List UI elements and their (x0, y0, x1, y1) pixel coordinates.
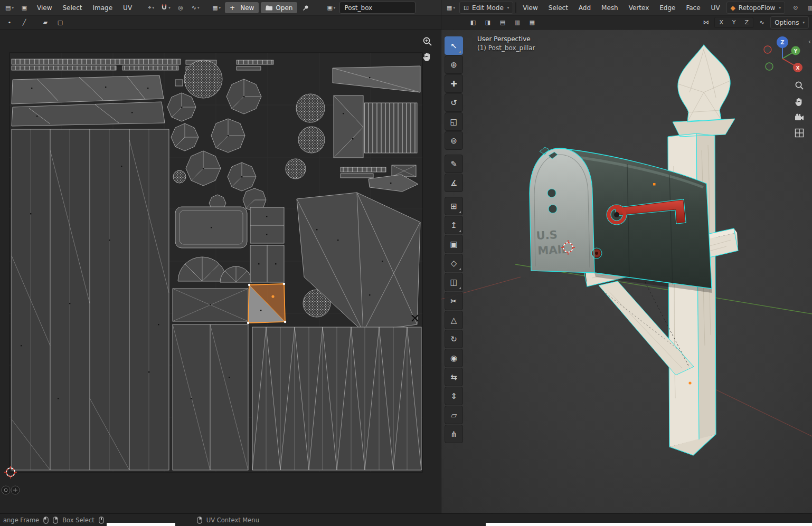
uv-select-vertex-button[interactable]: ∙ (3, 17, 16, 28)
zoom-icon[interactable] (422, 36, 432, 46)
tool-extrude-region[interactable]: ↥ (445, 216, 463, 234)
viewport-editor-type-button[interactable]: ▦ ▾ (445, 3, 457, 13)
uv-nav-orbs[interactable] (2, 486, 20, 494)
camera-view-icon[interactable] (795, 113, 805, 121)
perspective-label: User Perspective (477, 35, 531, 43)
menu-select[interactable]: Select (58, 3, 86, 13)
tool-tweak-select-box[interactable]: ↖ (445, 36, 463, 55)
pan-hand-icon[interactable] (422, 52, 432, 62)
gizmo-x-label: X (796, 65, 800, 71)
overlay-toggle-e[interactable]: ▦ (526, 17, 539, 28)
menu-edge[interactable]: Edge (655, 3, 679, 13)
selected-vertex-post (688, 381, 691, 384)
tool-shear[interactable]: ▱ (445, 406, 463, 424)
chevron-down-icon: ▾ (12, 6, 14, 10)
header-extra-a-icon[interactable]: ⊙ (789, 3, 802, 13)
menu-add[interactable]: Add (574, 3, 595, 13)
menu-face[interactable]: Face (682, 3, 704, 13)
menu-image[interactable]: Image (89, 3, 117, 13)
overlay-toggle-d[interactable]: ▥ (511, 17, 524, 28)
retopoflow-logo-icon: ◆ (731, 4, 735, 12)
display-channels-button[interactable]: ▦ ▾ (210, 3, 223, 13)
mouse-middle-icon (99, 517, 104, 524)
tool-scale[interactable]: ◱ (445, 112, 463, 131)
mirror-icon[interactable]: ⋈ (700, 17, 712, 28)
folder-icon (266, 5, 273, 11)
tool-annotate[interactable]: ✎ (445, 155, 463, 173)
plus-icon: + (230, 4, 235, 12)
tool-shrink-fatten[interactable]: ⇕ (445, 387, 463, 405)
options-label: Options (775, 19, 799, 26)
channels-icon: ▦ (212, 4, 218, 11)
tool-rip-region[interactable]: ⋔ (445, 425, 463, 443)
falloff-icon[interactable]: ∿ (756, 17, 768, 28)
orthographic-grid-icon[interactable] (795, 128, 804, 138)
zoom-icon[interactable] (795, 81, 804, 90)
uv-select-edge-button[interactable]: ╱ (18, 17, 31, 28)
tool-smooth[interactable]: ◉ (445, 349, 463, 367)
tool-move[interactable]: ✚ (445, 74, 463, 93)
mirror-x-button[interactable]: X (715, 17, 728, 27)
image-icon: ▣ (327, 4, 332, 11)
uv-select-island-button[interactable]: ▢ (54, 17, 67, 28)
tool-loop-cut[interactable]: ◫ (445, 273, 463, 291)
tool-inset-faces[interactable]: ▣ (445, 235, 463, 253)
menu-vertex[interactable]: Vertex (625, 3, 654, 13)
image-editor-mode-icon[interactable]: ▣ (18, 3, 31, 13)
chevron-down-icon: ▾ (507, 6, 509, 10)
gizmo-neg-x-ball (764, 46, 771, 53)
uv-selected-face[interactable] (247, 283, 286, 324)
tool-measure[interactable]: ∡ (445, 174, 463, 192)
uv-editor-header: ▤ ▾ ▣ View Select Image UV ⌖ ▾ ▾ ◎ ∿ ▾ ▦ (0, 0, 441, 16)
snap-button[interactable]: ▾ (159, 3, 172, 13)
header-extra-b-icon[interactable]: ▥ (804, 3, 812, 13)
vertex-select-mode-button[interactable]: ∙ (516, 3, 516, 13)
options-button[interactable]: Options ▾ (770, 16, 809, 28)
tool-rotate[interactable]: ↺ (445, 93, 463, 112)
scene-3d: U.S MAIL (441, 29, 812, 513)
pin-icon (303, 5, 309, 11)
collapse-arrow[interactable]: ‹ (808, 37, 811, 45)
uv-select-face-button[interactable]: ▰ (39, 17, 52, 28)
tool-edge-slide[interactable]: ⇆ (445, 368, 463, 386)
pin-button[interactable] (299, 3, 312, 13)
navigation-gizmo[interactable]: Z Y X (758, 34, 807, 83)
viewport-editor-icon: ▦ (447, 4, 452, 11)
menu-view-3d[interactable]: View (518, 3, 542, 13)
open-image-button[interactable]: Open (261, 2, 297, 13)
overlay-toggle-a[interactable]: ◧ (467, 17, 479, 28)
new-image-button[interactable]: + New (225, 2, 259, 13)
image-name-field[interactable]: Post_box (339, 2, 416, 14)
menu-uv-3d[interactable]: UV (707, 3, 724, 13)
gizmo-z-label: Z (780, 40, 784, 45)
tool-bevel[interactable]: ◇ (445, 254, 463, 272)
uv-canvas[interactable] (0, 29, 441, 513)
pan-hand-icon[interactable] (795, 97, 804, 107)
retopoflow-button[interactable]: ◆ RetopoFlow ▾ (726, 2, 785, 14)
viewport-canvas[interactable]: ↖ ⊕ ✚ ↺ ◱ ⊚ ✎ ∡ ⊞ ↥ ▣ ◇ ◫ ✂ △ ↻ ◉ ⇆ ⇕ ▱ … (441, 29, 812, 513)
overlay-toggle-b[interactable]: ◨ (481, 17, 494, 28)
mouse-left-icon (43, 517, 49, 524)
browse-image-button[interactable]: ▣ ▾ (325, 3, 337, 13)
menu-uv[interactable]: UV (119, 3, 136, 13)
mirror-z-button[interactable]: Z (740, 17, 753, 27)
tool-poly-build[interactable]: △ (445, 311, 463, 329)
tool-knife[interactable]: ✂ (445, 292, 463, 310)
tool-add-cube[interactable]: ⊞ (445, 197, 463, 215)
falloff-button[interactable]: ∿ ▾ (189, 3, 202, 13)
uv-editor-icon: ▤ (5, 4, 11, 11)
tool-spin[interactable]: ↻ (445, 330, 463, 348)
mode-label: Edit Mode (472, 4, 504, 12)
menu-view[interactable]: View (33, 3, 56, 13)
menu-select-3d[interactable]: Select (544, 3, 572, 13)
tool-transform[interactable]: ⊚ (445, 131, 463, 150)
uv-editor-type-button[interactable]: ▤ ▾ (3, 3, 16, 13)
pivot-point-button[interactable]: ⌖ ▾ (145, 3, 157, 13)
mirror-y-button[interactable]: Y (728, 17, 740, 27)
menu-mesh[interactable]: Mesh (597, 3, 622, 13)
proportional-editing-button[interactable]: ◎ (174, 3, 187, 13)
overlay-toggle-c[interactable]: ▤ (496, 17, 509, 28)
mailbox-text-us: U.S (536, 228, 558, 242)
tool-cursor-3d[interactable]: ⊕ (445, 55, 463, 74)
mode-selector[interactable]: ⊡ Edit Mode ▾ (459, 2, 513, 14)
